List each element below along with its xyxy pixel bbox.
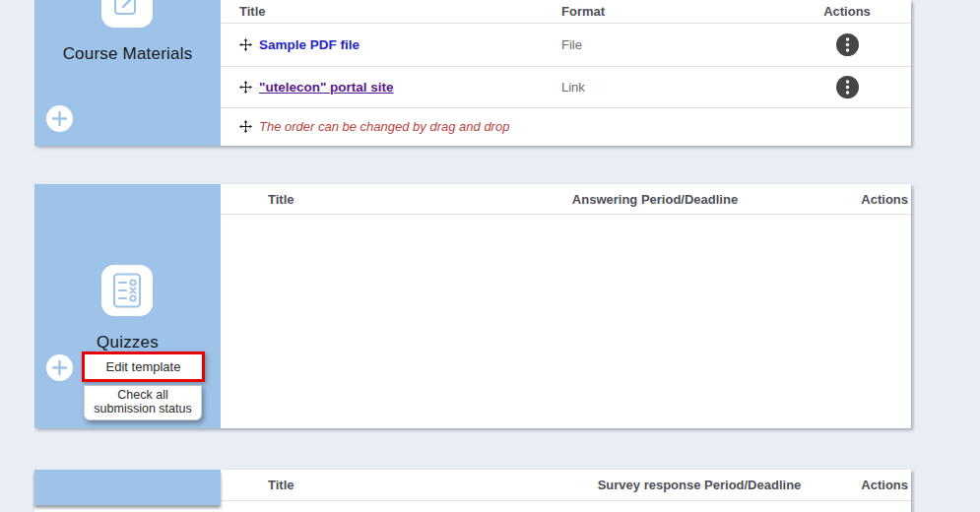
quizzes-title: Quizzes [34, 333, 221, 352]
column-header-actions: Actions [817, 192, 911, 207]
row-actions-button[interactable] [836, 76, 859, 98]
quizzes-table: Title Answering Period/Deadline Actions [221, 184, 911, 427]
table-header-row: Title Format Actions [221, 0, 911, 24]
column-header-answering-period: Answering Period/Deadline [492, 192, 817, 207]
format-value: Link [556, 80, 783, 95]
table-row: "utelecon" portal site Link [221, 67, 911, 108]
material-link-sample-pdf[interactable]: Sample PDF file [259, 37, 359, 52]
plus-icon [51, 359, 68, 376]
empty-table-body [221, 215, 911, 427]
compose-icon [101, 0, 153, 28]
column-header-actions: Actions [783, 4, 911, 19]
quiz-icon [101, 265, 153, 316]
table-header-row: Title Answering Period/Deadline Actions [221, 184, 911, 215]
menu-item-label: Check all submission status [91, 389, 195, 416]
ellipsis-vertical-icon [836, 76, 859, 98]
column-header-survey-response-period: Survey response Period/Deadline [581, 478, 817, 492]
lms-course-page: { "colors": { "background": "#e9edf4", "… [0, 0, 980, 512]
drag-drop-note: The order can be changed by drag and dro… [259, 119, 509, 134]
menu-item-edit-template[interactable]: Edit template [82, 352, 205, 382]
table-header-row: Title Survey response Period/Deadline Ac… [221, 470, 911, 501]
column-header-title: Title [221, 478, 581, 492]
material-link-utelecon-portal[interactable]: "utelecon" portal site [259, 80, 394, 95]
drag-move-icon[interactable] [239, 38, 252, 51]
ellipsis-vertical-icon [836, 33, 859, 56]
row-actions-button[interactable] [836, 33, 859, 56]
menu-item-check-all-submission-status[interactable]: Check all submission status [84, 385, 202, 420]
drag-move-icon [239, 120, 252, 133]
column-header-title: Title [221, 192, 492, 207]
plus-icon [51, 110, 68, 127]
course-materials-table: Title Format Actions Sample PDF file Fil… [221, 0, 911, 144]
quizzes-section: Quizzes Edit template Check all submissi… [34, 184, 911, 428]
drag-move-icon[interactable] [239, 81, 252, 94]
surveys-sidebar [34, 470, 221, 505]
quizzes-sidebar: Quizzes Edit template Check all submissi… [34, 184, 221, 428]
table-row: Sample PDF file File [221, 24, 911, 67]
course-materials-section: Course Materials Title Format Actions Sa… [34, 0, 911, 146]
surveys-section: Title Survey response Period/Deadline Ac… [34, 470, 911, 512]
format-value: File [556, 37, 783, 52]
drag-drop-note-row: The order can be changed by drag and dro… [221, 108, 911, 144]
course-materials-sidebar: Course Materials [34, 0, 221, 146]
surveys-table: Title Survey response Period/Deadline Ac… [221, 470, 911, 501]
column-header-format: Format [556, 4, 783, 19]
add-material-button[interactable] [46, 105, 73, 132]
add-quiz-button[interactable] [46, 354, 73, 381]
column-header-title: Title [221, 4, 556, 19]
course-materials-title: Course Materials [34, 44, 221, 64]
column-header-actions: Actions [817, 478, 911, 492]
